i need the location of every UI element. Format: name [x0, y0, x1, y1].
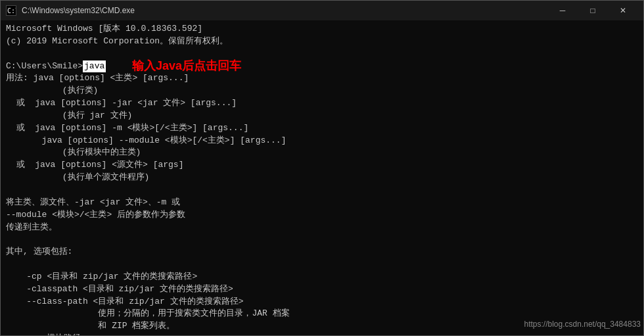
prompt-text: C:\Users\Smile> — [6, 60, 83, 73]
line-classpath: -classpath <目录和 zip/jar 文件的类搜索路径> — [6, 283, 638, 296]
line-usage: 用法: java [options] <主类> [args...] — [6, 72, 638, 85]
svg-text:C:\: C:\ — [7, 7, 16, 14]
cmd-window: C:\ C:\Windows\system32\CMD.exe ─ □ ✕ Mi… — [0, 0, 644, 336]
line-p: -p <模块路径> — [6, 333, 638, 335]
line-pass1: 将主类、源文件、-jar <jar 文件>、-m 或 — [6, 197, 638, 209]
line-class-path: --class-path <目录和 zip/jar 文件的类搜索路径> — [6, 296, 638, 308]
line-exec-class: (执行类) — [6, 85, 638, 97]
cmd-icon: C:\ — [6, 5, 16, 16]
line-3 — [6, 48, 638, 60]
maximize-button[interactable]: □ — [578, 1, 608, 20]
input-text: java — [83, 60, 106, 73]
line-exec-source: (执行单个源文件程序) — [6, 172, 638, 184]
minimize-button[interactable]: ─ — [547, 1, 578, 20]
close-button[interactable]: ✕ — [608, 1, 638, 20]
line-jar: 或 java [options] -jar <jar 文件> [args...] — [6, 97, 638, 110]
prompt-line: C:\Users\Smile>java — [6, 60, 638, 73]
line-pass3: 传递到主类。 — [6, 222, 638, 234]
line-blank3 — [6, 233, 638, 246]
titlebar-controls: ─ □ ✕ — [547, 1, 638, 20]
line-2: (c) 2019 Microsoft Corporation。保留所有权利。 — [6, 36, 638, 48]
window-title: C:\Windows\system32\CMD.exe — [22, 6, 135, 15]
terminal-body: Microsoft Windows [版本 10.0.18363.592] (c… — [1, 20, 643, 335]
line-blank2 — [6, 184, 638, 197]
line-source: 或 java [options] <源文件> [args] — [6, 159, 638, 172]
line-blank4 — [6, 258, 638, 271]
line-exec-module: (执行模块中的主类) — [6, 147, 638, 159]
line-pass2: --module <模块>/<主类> 后的参数作为参数 — [6, 209, 638, 222]
annotation-text: 输入Java后点击回车 — [132, 57, 241, 74]
line-module2: java [options] --module <模块>[/<主类>] [arg… — [6, 135, 638, 147]
line-module1: 或 java [options] -m <模块>[/<主类>] [args...… — [6, 122, 638, 135]
line-cp: -cp <目录和 zip/jar 文件的类搜索路径> — [6, 271, 638, 283]
line-1: Microsoft Windows [版本 10.0.18363.592] — [6, 23, 638, 36]
titlebar: C:\ C:\Windows\system32\CMD.exe ─ □ ✕ — [1, 1, 643, 20]
titlebar-left: C:\ C:\Windows\system32\CMD.exe — [6, 5, 135, 16]
line-exec-jar: (执行 jar 文件) — [6, 110, 638, 122]
watermark-text: https://blog.csdn.net/qq_3484833 — [524, 319, 641, 330]
line-options-header: 其中, 选项包括: — [6, 246, 638, 258]
